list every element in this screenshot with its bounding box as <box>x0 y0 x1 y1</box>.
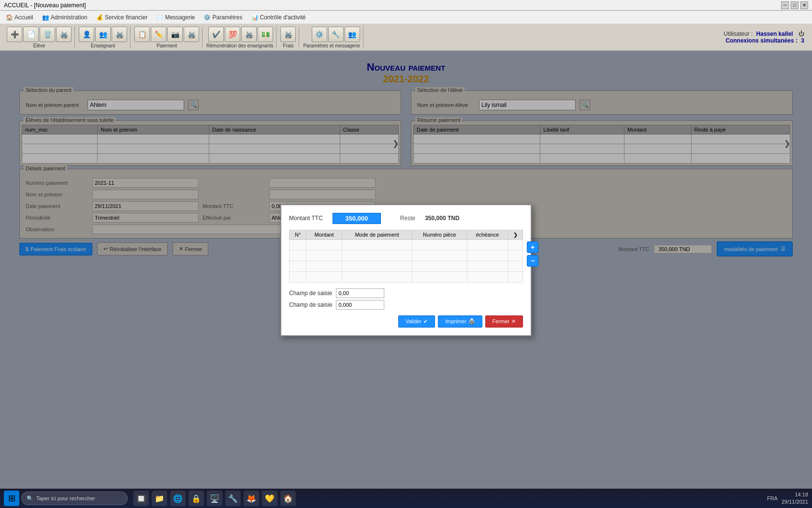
taskbar-app-9[interactable]: 🏠 <box>280 491 296 506</box>
toolbar-group-frais: 🖨️ Frais <box>277 26 299 48</box>
add-enseignant-btn[interactable]: 👤 <box>79 27 94 42</box>
remove-row-btn[interactable]: − <box>527 255 538 267</box>
camera-paiement-btn[interactable]: 📷 <box>167 27 183 42</box>
window-title: ACCUEIL - [Nouveau paiement] <box>4 2 86 9</box>
table-row[interactable] <box>290 239 523 250</box>
menu-messagerie[interactable]: ✉️ Messagerie <box>152 13 199 22</box>
menu-service-financier[interactable]: 💰 Service financier <box>92 13 152 22</box>
print-enseignant-btn[interactable]: 🖨️ <box>112 27 127 42</box>
start-button[interactable]: ⊞ <box>4 491 19 506</box>
table-row[interactable] <box>290 261 523 271</box>
taskbar-app-8[interactable]: 💛 <box>262 491 277 506</box>
close-btn[interactable]: ✕ <box>800 1 808 9</box>
menu-service-financier-label: Service financier <box>105 14 148 21</box>
toolbar-group-eleve: ➕ 📄 🗑️ 🖨️ Élève <box>4 26 75 48</box>
window-controls: ─ □ ✕ <box>781 1 808 9</box>
modal-col-num-piece: Numéro pièce <box>412 230 467 239</box>
title-bar: ACCUEIL - [Nouveau paiement] ─ □ ✕ <box>0 0 812 11</box>
modal-col-mode: Mode de paiement <box>342 230 412 239</box>
print-paiement-btn[interactable]: 🖨️ <box>184 27 199 42</box>
check-icon: ✔ <box>423 318 428 325</box>
imprimer-btn[interactable]: Imprimer 🖨️ <box>438 315 482 328</box>
user-info: Utilisateur : Hassen kallel ⏻ Connexions… <box>724 30 808 44</box>
doc-eleve-btn[interactable]: 📄 <box>23 27 39 42</box>
menu-parametres-label: Paramètres <box>212 14 242 21</box>
modal-table-area: N° Montant Mode de paiement Numéro pièce… <box>289 230 523 283</box>
list-paiement-btn[interactable]: 📋 <box>134 27 150 42</box>
check-remun-btn[interactable]: ✔️ <box>208 27 224 42</box>
search-placeholder: Taper ici pour rechercher <box>36 495 95 501</box>
modal-montant-input[interactable] <box>333 213 381 224</box>
eleve-icons: ➕ 📄 🗑️ 🖨️ <box>7 27 72 42</box>
print-remun-btn[interactable]: 🖨️ <box>241 27 257 42</box>
print-frais-btn[interactable]: 🖨️ <box>280 27 296 42</box>
main-content: Nouveau paiement 2021-2022 Sélection du … <box>0 51 812 489</box>
modal-table: N° Montant Mode de paiement Numéro pièce… <box>289 230 523 283</box>
menu-parametres[interactable]: ⚙️ Paramètres <box>200 13 246 22</box>
taskbar-app-2[interactable]: 📁 <box>152 491 167 506</box>
menu-bar: 🏠 Accueil 👥 Administration 💰 Service fin… <box>0 11 812 24</box>
settings-btn[interactable]: ⚙️ <box>312 27 327 42</box>
remuneration-label: Rémunération des enseignants <box>206 43 273 48</box>
toolbar-group-remuneration: ✔️ 💯 🖨️ 💵 Rémunération des enseignants <box>203 26 276 48</box>
add-eleve-btn[interactable]: ➕ <box>7 27 22 42</box>
eleve-label: Élève <box>7 43 72 48</box>
username: Hassen kallel <box>756 30 793 37</box>
maximize-btn[interactable]: □ <box>791 1 798 9</box>
hundred-remun-btn[interactable]: 💯 <box>225 27 240 42</box>
imprimer-label: Imprimer <box>445 318 466 324</box>
modal-dialog: Montant TTC Reste 350,000 TND N° Montant… <box>280 204 532 336</box>
modal-col-n: N° <box>290 230 306 239</box>
menu-administration[interactable]: 👥 Administration <box>38 13 91 22</box>
modal-overlay: Montant TTC Reste 350,000 TND N° Montant… <box>0 51 812 489</box>
valider-btn[interactable]: Valider ✔ <box>398 315 435 328</box>
utilisateur-label: Utilisateur : <box>724 30 753 37</box>
table-row[interactable] <box>290 271 523 282</box>
dollar-remun-btn[interactable]: 💵 <box>258 27 273 42</box>
fermer-modal-label: Fermer <box>493 318 509 324</box>
taskbar: ⊞ 🔍 Taper ici pour rechercher 🔲 📁 🌐 🔒 🖥️… <box>0 489 812 508</box>
taskbar-lang: FRA <box>767 495 778 501</box>
taskbar-app-3[interactable]: 🌐 <box>170 491 186 506</box>
print-eleve-btn[interactable]: 🖨️ <box>56 27 72 42</box>
taskbar-app-5[interactable]: 🖥️ <box>207 491 222 506</box>
minimize-btn[interactable]: ─ <box>781 1 789 9</box>
modal-col-scroll: ❯ <box>508 230 523 239</box>
toolbar-group-enseignant: 👤 👥 🖨️ Enseignant <box>76 26 130 48</box>
taskbar-app-7[interactable]: 🦊 <box>244 491 259 506</box>
modal-col-echeance: échéance <box>467 230 508 239</box>
taskbar-right: FRA 14:18 29/11/2021 <box>767 491 808 506</box>
taskbar-search[interactable]: 🔍 Taper ici pour rechercher <box>21 492 128 505</box>
taskbar-time: 14:18 29/11/2021 <box>782 491 808 506</box>
power-icon[interactable]: ⏻ <box>798 30 804 37</box>
delete-eleve-btn[interactable]: 🗑️ <box>40 27 55 42</box>
menu-controle-activite[interactable]: 📊 Contrôle d'activité <box>247 13 310 22</box>
paiement-icons: 📋 ✏️ 📷 🖨️ <box>134 27 199 42</box>
champ-saisie2-input[interactable] <box>336 300 384 310</box>
champ-saisie1-input[interactable] <box>336 288 384 298</box>
users-btn[interactable]: 👥 <box>345 27 360 42</box>
modal-reste-label: Reste <box>400 215 415 222</box>
fermer-modal-btn[interactable]: Fermer ✕ <box>485 315 523 328</box>
taskbar-app-1[interactable]: 🔲 <box>133 491 149 506</box>
connexions-count: 3 <box>801 37 804 44</box>
activity-icon: 📊 <box>251 14 259 21</box>
champ-saisie2-label: Champ de saisie <box>289 301 332 308</box>
connexions-label: Connexions simultanées : <box>725 37 798 44</box>
x-icon: ✕ <box>511 318 516 325</box>
modal-fields: Champ de saisie Champ de saisie <box>289 288 523 310</box>
modal-montant-label: Montant TTC <box>289 215 323 222</box>
tools-btn[interactable]: 🔧 <box>328 27 344 42</box>
taskbar-app-6[interactable]: 🔧 <box>225 491 241 506</box>
menu-accueil-label: Accueil <box>14 14 33 21</box>
list-enseignant-btn[interactable]: 👥 <box>95 27 111 42</box>
menu-administration-label: Administration <box>51 14 87 21</box>
taskbar-app-4[interactable]: 🔒 <box>188 491 204 506</box>
frais-icons: 🖨️ <box>280 27 296 42</box>
modal-footer: Valider ✔ Imprimer 🖨️ Fermer ✕ <box>289 315 523 328</box>
menu-accueil[interactable]: 🏠 Accueil <box>2 13 37 22</box>
table-row[interactable] <box>290 250 523 261</box>
enseignant-icons: 👤 👥 🖨️ <box>79 27 127 42</box>
add-row-btn[interactable]: + <box>527 241 538 253</box>
edit-paiement-btn[interactable]: ✏️ <box>151 27 166 42</box>
